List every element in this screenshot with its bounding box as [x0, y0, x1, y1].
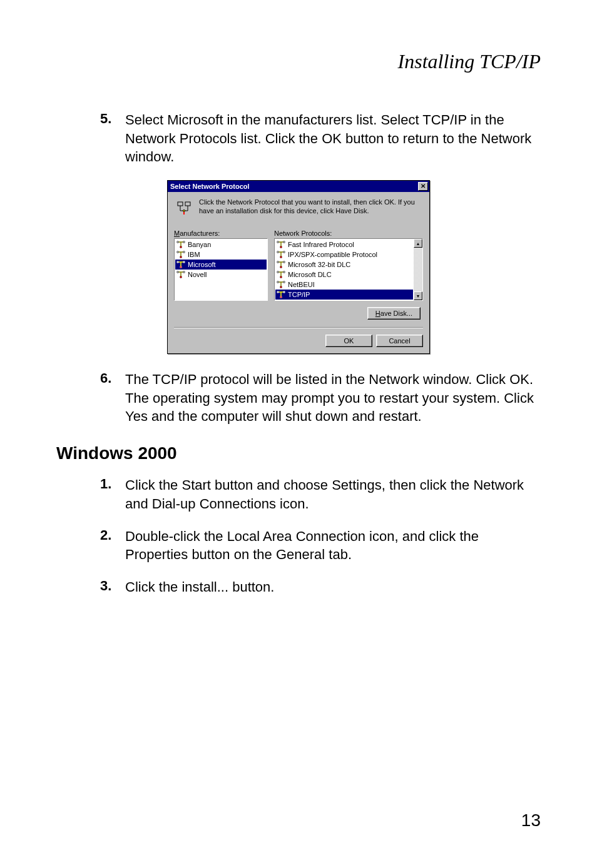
svg-point-28 [283, 281, 285, 283]
protocols-column: Network Protocols: Fast Infrared Protoco… [274, 230, 423, 301]
svg-rect-0 [178, 202, 183, 206]
svg-point-19 [283, 251, 285, 253]
list-item-label: Novell [188, 271, 207, 278]
svg-point-17 [280, 246, 282, 248]
protocols-label: Network Protocols: [274, 230, 423, 237]
svg-rect-1 [185, 202, 190, 206]
dialog-screenshot: Select Network Protocol ✕ Click the Netw… [56, 180, 541, 354]
svg-point-14 [180, 276, 182, 278]
have-disk-accel: H [375, 310, 380, 317]
list-item[interactable]: NetBEUI [275, 280, 413, 290]
list-item[interactable]: Novell [175, 270, 267, 280]
step-text: Select Microsoft in the manufacturers li… [125, 111, 541, 166]
step-number: 3. [100, 578, 125, 597]
protocols-scrollbar[interactable]: ▴ ▾ [414, 239, 422, 300]
ok-button[interactable]: OK [325, 335, 372, 347]
svg-point-12 [177, 271, 179, 273]
svg-point-15 [277, 241, 279, 243]
step-number: 6. [100, 370, 125, 426]
dialog-buttons-row: OK Cancel [174, 335, 423, 347]
svg-point-26 [280, 276, 282, 278]
list-item[interactable]: Microsoft [175, 260, 267, 270]
list-item[interactable]: Microsoft 32-bit DLC [275, 260, 413, 270]
svg-point-21 [277, 261, 279, 263]
step-3: 3. Click the install... button. [56, 578, 541, 597]
manufacturers-listbox[interactable]: Banyan IBM Microsoft Novell [174, 238, 268, 301]
svg-point-3 [177, 241, 179, 243]
manufacturers-accel: M [174, 230, 180, 237]
dialog-title: Select Network Protocol [170, 183, 418, 190]
svg-point-27 [277, 281, 279, 283]
protocol-item-icon [176, 260, 185, 269]
svg-point-29 [280, 286, 282, 288]
svg-point-7 [183, 251, 185, 253]
protocol-item-icon [277, 280, 285, 289]
scroll-down-button[interactable]: ▾ [414, 291, 422, 300]
protocol-item-icon [277, 250, 285, 259]
step-text: Click the install... button. [125, 578, 541, 597]
svg-point-11 [180, 266, 182, 268]
step-number: 1. [100, 476, 125, 513]
dialog-info-text: Click the Network Protocol that you want… [199, 198, 423, 216]
svg-point-25 [283, 271, 285, 273]
list-item-label: NetBEUI [288, 281, 315, 288]
svg-point-13 [183, 271, 185, 273]
protocols-listbox[interactable]: Fast Infrared Protocol IPX/SPX-compatibl… [274, 238, 423, 301]
protocol-item-icon [277, 240, 285, 249]
section-heading-windows-2000: Windows 2000 [56, 443, 541, 463]
step-5: 5. Select Microsoft in the manufacturers… [56, 111, 541, 166]
protocol-item-icon [176, 250, 185, 259]
close-button[interactable]: ✕ [418, 182, 428, 191]
select-network-protocol-dialog: Select Network Protocol ✕ Click the Netw… [167, 180, 430, 354]
list-item[interactable]: TCP/IP [275, 290, 413, 300]
have-disk-row: Have Disk... [174, 307, 423, 320]
list-item-label: Banyan [188, 241, 211, 248]
list-item[interactable]: IPX/SPX-compatible Protocol [275, 250, 413, 260]
cancel-button[interactable]: Cancel [376, 335, 423, 347]
step-2: 2. Double-click the Local Area Connectio… [56, 527, 541, 564]
list-item[interactable]: Banyan [175, 240, 267, 250]
scroll-up-button[interactable]: ▴ [414, 239, 422, 248]
step-6: 6. The TCP/IP protocol will be listed in… [56, 370, 541, 426]
svg-point-6 [177, 251, 179, 253]
list-item-label: Microsoft [188, 261, 216, 268]
step-text: The TCP/IP protocol will be listed in th… [125, 370, 541, 426]
have-disk-text: ave Disk... [380, 310, 412, 317]
list-item-label: Microsoft DLC [288, 271, 332, 278]
protocol-item-icon [277, 270, 285, 279]
dialog-body: Click the Network Protocol that you want… [168, 192, 429, 353]
list-item[interactable]: Microsoft DLC [275, 270, 413, 280]
page-number: 13 [521, 810, 541, 830]
svg-point-9 [177, 261, 179, 263]
have-disk-button[interactable]: Have Disk... [367, 307, 421, 320]
manufacturers-column: Manufacturers: Banyan IBM [174, 230, 268, 301]
step-text: Double-click the Local Area Connection i… [125, 527, 541, 564]
manufacturers-label-text: anufacturers: [180, 230, 220, 237]
protocol-item-icon [176, 270, 185, 279]
dialog-divider [174, 327, 423, 328]
manufacturers-label: Manufacturers: [174, 230, 268, 237]
list-item-label: IBM [188, 251, 200, 258]
svg-point-23 [280, 266, 282, 268]
list-item-label: IPX/SPX-compatible Protocol [288, 251, 377, 258]
svg-point-20 [280, 256, 282, 258]
dialog-info-row: Click the Network Protocol that you want… [174, 198, 423, 218]
step-1: 1. Click the Start button and choose Set… [56, 476, 541, 513]
step-number: 2. [100, 527, 125, 564]
svg-point-4 [183, 241, 185, 243]
step-text: Click the Start button and choose Settin… [125, 476, 541, 513]
svg-point-31 [283, 291, 285, 293]
svg-point-2 [183, 210, 185, 212]
svg-point-10 [183, 261, 185, 263]
list-item[interactable]: Fast Infrared Protocol [275, 240, 413, 250]
dialog-titlebar: Select Network Protocol ✕ [168, 181, 429, 192]
dialog-lists: Manufacturers: Banyan IBM [174, 230, 423, 301]
svg-point-22 [283, 261, 285, 263]
svg-point-30 [277, 291, 279, 293]
protocol-item-icon [176, 240, 185, 249]
protocol-item-icon [277, 290, 285, 299]
list-item[interactable]: IBM [175, 250, 267, 260]
step-number: 5. [100, 111, 125, 166]
protocol-icon [174, 198, 194, 218]
list-item-label: Fast Infrared Protocol [288, 241, 354, 248]
